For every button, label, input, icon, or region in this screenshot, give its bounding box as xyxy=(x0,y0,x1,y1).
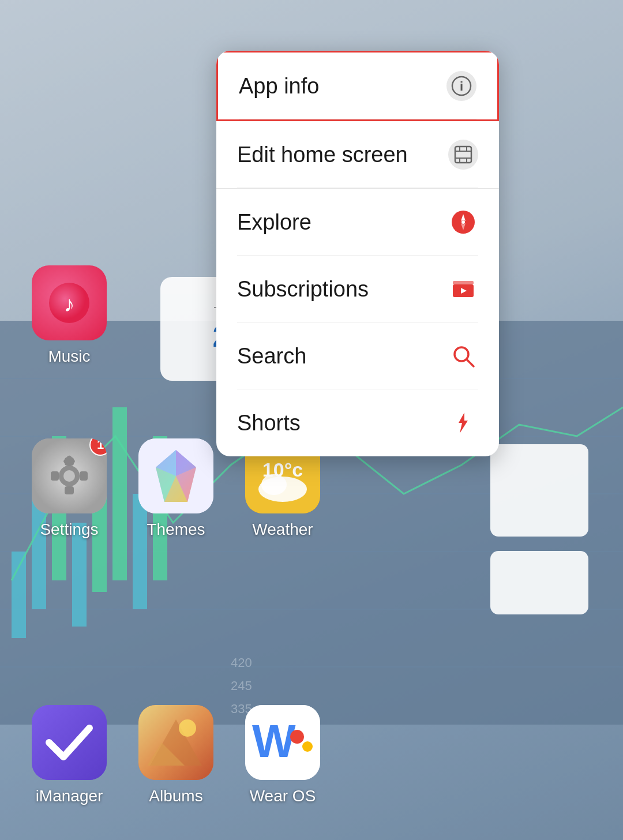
svg-point-25 xyxy=(63,470,75,482)
wearos-label: Wear OS xyxy=(250,787,316,805)
themes-icon xyxy=(138,438,213,513)
svg-text:i: i xyxy=(460,79,463,93)
shorts-label: Shorts xyxy=(237,411,301,436)
app-info-label: App info xyxy=(239,74,319,99)
settings-icon: 1 xyxy=(32,438,107,513)
imanager-label: iManager xyxy=(36,787,103,805)
app-icon-themes[interactable]: Themes xyxy=(138,438,213,539)
svg-rect-27 xyxy=(65,486,74,494)
svg-rect-54 xyxy=(455,147,471,163)
albums-label: Albums xyxy=(149,787,202,805)
menu-item-app-info[interactable]: App info i xyxy=(216,51,499,121)
music-label: Music xyxy=(48,347,90,366)
menu-item-search[interactable]: Search xyxy=(216,322,499,389)
svg-rect-29 xyxy=(80,471,88,481)
app-icon-wearos[interactable]: W Wear OS xyxy=(245,705,320,805)
albums-icon xyxy=(138,705,213,780)
edit-home-label: Edit home screen xyxy=(237,142,408,167)
search-icon xyxy=(448,341,478,371)
search-label: Search xyxy=(237,344,306,369)
svg-point-64 xyxy=(461,220,465,224)
info-icon: i xyxy=(446,71,476,101)
svg-point-51 xyxy=(302,741,313,752)
menu-item-shorts[interactable]: Shorts xyxy=(216,389,499,456)
svg-point-42 xyxy=(261,474,287,495)
menu-item-explore[interactable]: Explore xyxy=(216,189,499,256)
app-icon-albums[interactable]: Albums xyxy=(138,705,213,805)
svg-line-69 xyxy=(467,359,474,366)
compass-icon xyxy=(448,207,478,237)
svg-text:♪: ♪ xyxy=(64,292,75,316)
svg-point-47 xyxy=(179,719,196,737)
shorts-icon xyxy=(448,408,478,438)
app-icon-music[interactable]: ♪ Music xyxy=(32,265,107,366)
subscriptions-icon xyxy=(448,274,478,304)
svg-point-50 xyxy=(290,730,304,744)
menu-item-edit-home[interactable]: Edit home screen xyxy=(216,121,499,188)
widget-placeholder-1 xyxy=(490,444,588,537)
app-icon-imanager[interactable]: iManager xyxy=(32,705,107,805)
grid-icon xyxy=(448,140,478,170)
widget-placeholder-2 xyxy=(490,551,588,614)
menu-item-subscriptions[interactable]: Subscriptions xyxy=(216,256,499,322)
music-icon: ♪ xyxy=(32,265,107,340)
context-menu: App info i Edit home screen xyxy=(216,51,499,456)
svg-rect-66 xyxy=(453,281,474,284)
explore-label: Explore xyxy=(237,210,312,235)
svg-rect-28 xyxy=(51,471,59,481)
svg-text:W: W xyxy=(252,715,296,767)
subscriptions-label: Subscriptions xyxy=(237,277,369,302)
wearos-icon: W xyxy=(245,705,320,780)
settings-label: Settings xyxy=(40,520,98,539)
app-icon-settings[interactable]: 1 Settings xyxy=(32,438,107,539)
themes-label: Themes xyxy=(147,520,205,539)
weather-label: Weather xyxy=(252,520,313,539)
svg-rect-43 xyxy=(32,705,107,780)
imanager-icon xyxy=(32,705,107,780)
